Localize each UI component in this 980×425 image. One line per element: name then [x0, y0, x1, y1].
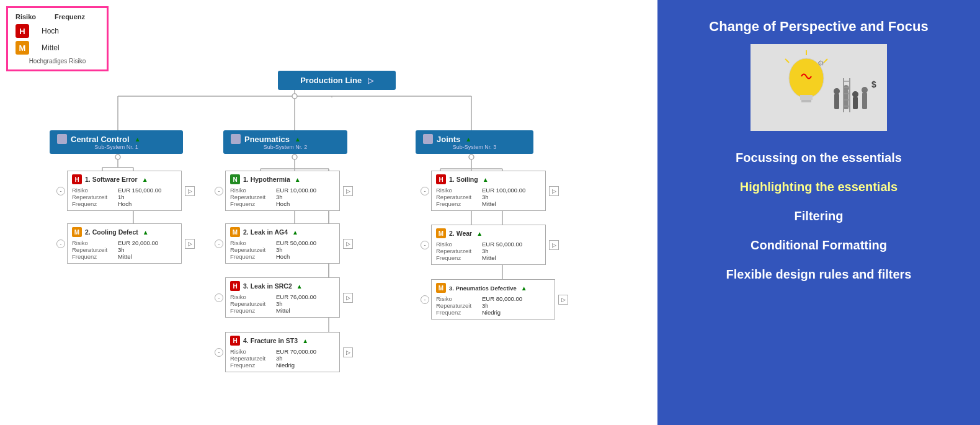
card-cooling-defect[interactable]: M 2. Cooling Defect ▲ RisikoEUR 20,000.0… [67, 223, 182, 264]
menu-item-focusing[interactable]: Focussing on the essentials [670, 143, 968, 172]
menu-item-conditional-formatting[interactable]: Conditional Formatting [670, 231, 968, 260]
root-node[interactable]: Production Line ▷ [278, 71, 396, 90]
expand-icon-hypothermia[interactable]: ▷ [343, 186, 353, 196]
expand-icon-leak-src2[interactable]: ▷ [343, 293, 353, 303]
svg-point-47 [862, 87, 868, 93]
svg-rect-36 [801, 100, 811, 102]
subsystem-central-control[interactable]: Central Control ▲ Sub-System Nr. 1 [50, 130, 183, 154]
title-hypothermia: 1. Hypothermia [243, 176, 290, 183]
expand-icon-fracture-st3[interactable]: ▷ [343, 347, 353, 357]
card-fracture-st3[interactable]: H 4. Fracture in ST3 ▲ RisikoEUR 70,000.… [225, 332, 340, 372]
badge-fracture-st3: H [230, 336, 240, 346]
legend-badge-m: M [16, 41, 29, 55]
title-fracture-st3: 4. Fracture in ST3 [243, 337, 298, 344]
svg-rect-46 [862, 92, 867, 109]
card-pneumatics-defective[interactable]: M 3. Pneumatics Defective ▲ RisikoEUR 80… [431, 279, 555, 320]
title-pneumatics-defective: 3. Pneumatics Defective [449, 285, 517, 292]
collapse-icon-pneumatics-defective[interactable]: - [421, 295, 429, 304]
legend-row-hoch: H Hoch [16, 24, 99, 38]
joints-label: Joints [437, 135, 460, 144]
legend-frequenz-label: Frequenz [55, 13, 85, 20]
svg-point-45 [852, 91, 858, 97]
badge-hypothermia: N [230, 174, 240, 184]
root-label: Production Line [300, 76, 362, 85]
central-control-sub: Sub-System Nr. 1 [57, 144, 176, 150]
right-panel-image: $ ⚙ [751, 44, 887, 131]
expand-icon-cooling-defect[interactable]: ▷ [185, 239, 195, 249]
illustration-svg: $ ⚙ [751, 44, 887, 131]
card-leak-src2[interactable]: H 3. Leak in SRC2 ▲ RisikoEUR 76,000.00 … [225, 277, 340, 318]
title-cooling-defect: 2. Cooling Defect [85, 228, 138, 236]
expand-icon-leak-ag4[interactable]: ▷ [343, 239, 353, 249]
title-leak-ag4: 2. Leak in AG4 [243, 228, 288, 236]
badge-leak-src2: H [230, 281, 240, 291]
title-software-error: 1. Software Error [85, 176, 138, 183]
menu-item-flexible-design[interactable]: Flexible design rules and filters [670, 260, 968, 289]
title-wear: 2. Wear [449, 230, 472, 237]
svg-point-30 [115, 154, 120, 159]
subsystem-pneumatics[interactable]: Pneumatics ▲ Sub-System Nr. 2 [223, 130, 347, 154]
collapse-icon-hypothermia[interactable]: - [215, 187, 223, 195]
card-soiling[interactable]: H 1. Soiling ▲ RisikoEUR 100,000.00 Repe… [431, 171, 546, 211]
expand-icon-soiling[interactable]: ▷ [549, 186, 559, 196]
menu-item-filtering[interactable]: Filtering [670, 202, 968, 231]
collapse-icon-leak-src2[interactable]: - [215, 293, 223, 302]
legend-hoch-label: Hoch [42, 27, 59, 35]
legend-badge-h: H [16, 24, 29, 38]
collapse-icon-soiling[interactable]: - [421, 187, 429, 195]
collapse-icon-wear[interactable]: - [421, 241, 429, 249]
badge-software-error: H [72, 174, 82, 184]
subsystem-joints[interactable]: Joints ▲ Sub-System Nr. 3 [416, 130, 533, 154]
expand-icon-wear[interactable]: ▷ [549, 240, 559, 250]
expand-icon-pneumatics-defective[interactable]: ▷ [558, 295, 568, 305]
badge-cooling-defect: M [72, 227, 82, 237]
badge-leak-ag4: M [230, 227, 240, 237]
legend-risiko-label: Risiko [16, 13, 36, 20]
title-leak-src2: 3. Leak in SRC2 [243, 282, 292, 290]
expand-icon-software-error[interactable]: ▷ [185, 186, 195, 196]
card-leak-ag4[interactable]: M 2. Leak in AG4 ▲ RisikoEUR 50,000.00 R… [225, 223, 340, 264]
collapse-icon-leak-ag4[interactable]: - [215, 239, 223, 248]
right-panel: Change of Perspective and Focus [657, 0, 980, 425]
card-software-error[interactable]: H 1. Software Error ▲ RisikoEUR 150,000.… [67, 171, 182, 211]
title-soiling: 1. Soiling [449, 176, 478, 183]
svg-point-41 [834, 88, 840, 94]
joints-sub: Sub-System Nr. 3 [423, 144, 526, 150]
pneumatics-sub: Sub-System Nr. 2 [231, 144, 340, 150]
svg-point-29 [292, 94, 297, 99]
svg-point-32 [469, 154, 474, 159]
svg-text:⚙: ⚙ [817, 59, 824, 68]
collapse-icon-cooling-defect[interactable]: - [56, 239, 65, 248]
svg-rect-35 [800, 95, 813, 100]
svg-rect-44 [853, 97, 858, 109]
legend-mittel-label: Mittel [42, 43, 60, 52]
badge-pneumatics-defective: M [436, 283, 446, 293]
svg-text:$: $ [871, 79, 876, 89]
menu-item-highlighting[interactable]: Highlighting the essentials [670, 172, 968, 202]
card-wear[interactable]: M 2. Wear ▲ RisikoEUR 50,000.00 Reperatu… [431, 225, 546, 265]
legend-box: Risiko Frequenz H Hoch M Mittel Hochgrad… [6, 6, 109, 71]
legend-row-mittel: M Mittel [16, 41, 99, 55]
svg-point-31 [292, 154, 297, 159]
svg-rect-40 [834, 94, 839, 109]
central-control-label: Central Control [71, 135, 130, 144]
badge-wear: M [436, 228, 446, 238]
pneumatics-label: Pneumatics [244, 135, 290, 144]
badge-soiling: H [436, 174, 446, 184]
collapse-icon-fracture-st3[interactable]: - [215, 348, 223, 357]
collapse-icon-software-error[interactable]: - [56, 187, 65, 195]
card-hypothermia[interactable]: N 1. Hypothermia ▲ RisikoEUR 10,000.00 R… [225, 171, 340, 211]
legend-header: Risiko Frequenz [16, 13, 99, 20]
right-panel-title: Change of Perspective and Focus [709, 19, 928, 35]
left-panel: Risiko Frequenz H Hoch M Mittel Hochgrad… [0, 0, 657, 425]
legend-footer: Hochgradiges Risiko [16, 58, 99, 65]
